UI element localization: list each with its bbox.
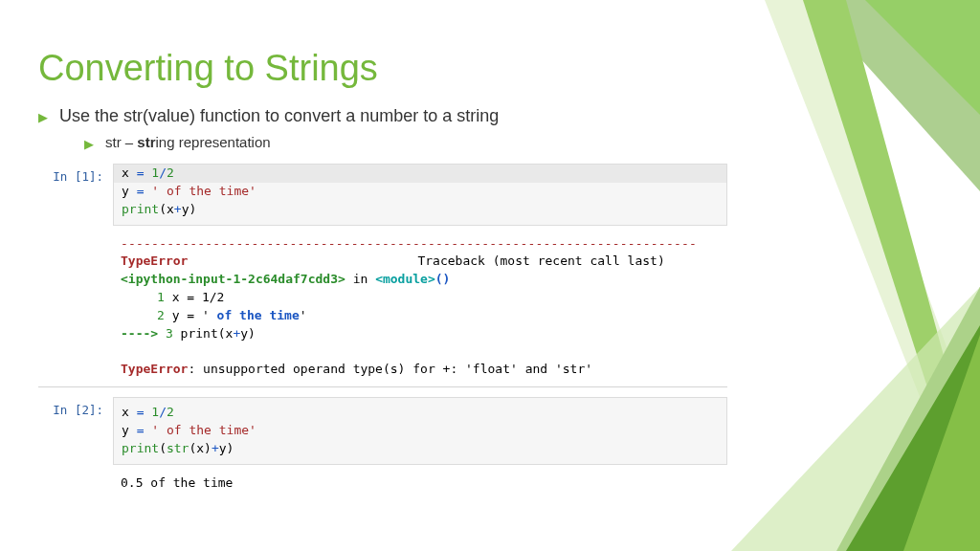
traceback-1: ----------------------------------------… [113, 230, 727, 382]
output-cell-1: ----------------------------------------… [38, 230, 727, 382]
triangle-icon: ▶ [84, 137, 94, 151]
code-box-1: x = 1/2 y = ' of the time' print(x+y) [113, 164, 727, 226]
stdout-2: 0.5 of the time [113, 469, 727, 495]
code-cell-2: In [2]: x = 1/2 y = ' of the time' print… [38, 397, 727, 465]
bullet-main: ▶ Use the str(value) function to convert… [38, 106, 942, 126]
input-prompt-2: In [2]: [38, 397, 113, 465]
slide-title: Converting to Strings [38, 48, 942, 89]
cell-separator [38, 386, 727, 387]
bullet-main-text: Use the str(value) function to convert a… [59, 106, 499, 126]
input-prompt-1: In [1]: [38, 164, 113, 226]
bullet-sub: ▶ str – string representation [84, 134, 942, 150]
triangle-icon: ▶ [38, 110, 48, 124]
code-cell-1: In [1]: x = 1/2 y = ' of the time' print… [38, 164, 727, 226]
bullet-sub-text: str – string representation [105, 134, 271, 150]
notebook-area: In [1]: x = 1/2 y = ' of the time' print… [38, 164, 727, 495]
code-box-2: x = 1/2 y = ' of the time' print(str(x)+… [113, 397, 727, 465]
output-cell-2: 0.5 of the time [38, 469, 727, 495]
